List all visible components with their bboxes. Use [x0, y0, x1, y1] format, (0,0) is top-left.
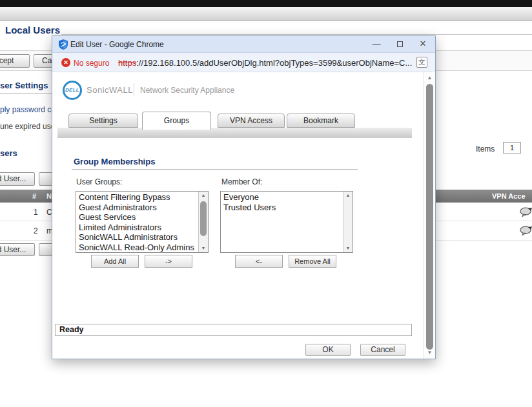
tab-groups[interactable]: Groups: [142, 112, 211, 130]
listbox-scrollbar[interactable]: ▲ ▼: [198, 192, 208, 252]
scroll-up-icon[interactable]: ▲: [199, 192, 208, 199]
edit-user-popup: Edit User - Google Chrome — ✕ ✕ No segur…: [52, 35, 436, 359]
browser-toolbar-strip: [0, 7, 532, 21]
dell-logo: DELL: [63, 81, 82, 100]
sonicwall-brand-text: SonicWALL: [87, 85, 133, 95]
list-item[interactable]: Everyone: [221, 192, 343, 203]
tab-vpn-access[interactable]: VPN Access: [218, 114, 285, 128]
column-vpn-access: VPN Acce: [492, 192, 526, 200]
group-memberships-heading: Group Memberships: [74, 157, 155, 166]
scroll-thumb[interactable]: [426, 84, 433, 350]
popup-titlebar[interactable]: Edit User - Google Chrome — ✕: [52, 36, 435, 53]
sonicwall-shield-icon: [59, 39, 68, 50]
cancel-button[interactable]: Cancel: [360, 344, 405, 356]
list-item[interactable]: Guest Administrators: [76, 203, 198, 213]
translate-icon[interactable]: 文: [416, 57, 427, 68]
popup-title: Edit User - Google Chrome: [70, 40, 164, 49]
column-number: #: [32, 192, 36, 200]
brand-divider: [134, 83, 134, 96]
url-text[interactable]: https://192.168.100.5/addUserObjDlg.html…: [118, 58, 412, 68]
listbox-scrollbar[interactable]: ▲ ▼: [343, 192, 353, 252]
status-bar: Ready: [55, 324, 412, 336]
remove-all-button[interactable]: Remove All: [289, 255, 336, 268]
not-secure-icon: ✕: [61, 58, 70, 67]
scroll-down-icon[interactable]: ▼: [199, 244, 208, 252]
list-item[interactable]: Content Filtering Bypass: [76, 192, 198, 203]
table-row-2-number: 2: [34, 226, 38, 235]
user-settings-heading: ser Settings: [0, 81, 48, 90]
url-rest: ://192.168.100.5/addUserObjDlg.html?objT…: [136, 58, 412, 68]
list-item[interactable]: Limited Administrators: [76, 223, 198, 233]
accept-button[interactable]: cept: [0, 54, 30, 68]
list-item[interactable]: SonicWALL Read-Only Admins: [76, 243, 198, 253]
add-user-button-top[interactable]: d User...: [0, 172, 35, 186]
product-name: Network Security Appliance: [140, 86, 234, 95]
member-of-label: Member Of:: [221, 177, 262, 186]
scroll-up-icon[interactable]: ▲: [424, 74, 435, 83]
group-memberships-underline: [72, 169, 358, 170]
url-https-struck: https: [118, 58, 136, 68]
tab-underband: [57, 128, 412, 138]
scroll-up-icon[interactable]: ▲: [343, 192, 353, 199]
popup-content: DELL SonicWALL Network Security Applianc…: [52, 72, 435, 359]
not-secure-label[interactable]: No seguro: [74, 59, 109, 68]
close-icon[interactable]: ✕: [412, 36, 434, 53]
tab-bookmark[interactable]: Bookmark: [287, 114, 355, 128]
list-item[interactable]: Guest Services: [76, 212, 198, 223]
items-label: Items: [476, 144, 495, 154]
popup-scrollbar[interactable]: ▲ ▼: [424, 72, 435, 359]
move-left-button[interactable]: <-: [235, 255, 283, 268]
maximize-icon[interactable]: [389, 36, 411, 53]
tab-settings[interactable]: Settings: [68, 114, 138, 128]
comment-icon[interactable]: [520, 226, 532, 235]
minimize-icon[interactable]: —: [365, 36, 387, 53]
user-groups-label: User Groups:: [76, 177, 122, 186]
comment-icon[interactable]: [520, 207, 532, 217]
table-row-1-number: 1: [34, 208, 38, 217]
add-user-button-bottom[interactable]: d User...: [0, 243, 35, 256]
users-heading: sers: [0, 148, 17, 158]
popup-urlbar: ✕ No seguro https://192.168.100.5/addUse…: [52, 53, 435, 72]
page-title: Local Users: [5, 25, 60, 35]
scroll-down-icon[interactable]: ▼: [424, 348, 435, 357]
scroll-thumb[interactable]: [200, 201, 207, 236]
move-right-button[interactable]: ->: [145, 255, 192, 268]
items-count-input[interactable]: [503, 142, 521, 154]
scroll-down-icon[interactable]: ▼: [343, 244, 353, 252]
ok-button[interactable]: OK: [305, 344, 351, 356]
user-groups-listbox[interactable]: Content Filtering Bypass Guest Administr…: [76, 191, 209, 253]
page-title-underline: [61, 34, 532, 35]
list-item[interactable]: SonicWALL Administrators: [76, 232, 198, 243]
add-all-button[interactable]: Add All: [91, 255, 139, 268]
list-item[interactable]: Trusted Users: [221, 203, 343, 213]
top-black-bar: [0, 0, 532, 7]
user-settings-underline: [0, 93, 52, 94]
member-of-listbox[interactable]: Everyone Trusted Users ▲ ▼: [220, 191, 353, 253]
